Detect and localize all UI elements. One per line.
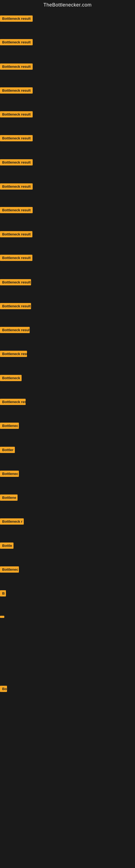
bottleneck-item-2[interactable]: Bottleneck result [0,39,33,46]
bottleneck-item-19[interactable]: Bottler [0,447,15,454]
bottleneck-badge-4: Bottleneck result [0,87,33,94]
bottleneck-badge-12: Bottleneck result [0,279,31,285]
bottleneck-item-14[interactable]: Bottleneck result [0,327,30,334]
bottleneck-badge-18: Bottlenec [0,423,19,429]
bottleneck-badge-8: Bottleneck result [0,183,33,190]
bottleneck-item-9[interactable]: Bottleneck result [0,207,33,214]
bottleneck-badge-3: Bottleneck result [0,63,33,70]
bottleneck-item-10[interactable]: Bottleneck result [0,231,32,239]
bottleneck-item-11[interactable]: Bottleneck result [0,255,32,262]
bottleneck-item-13[interactable]: Bottleneck result [0,303,31,310]
bottleneck-item-6[interactable]: Bottleneck result [0,135,33,143]
bottleneck-item-17[interactable]: Bottleneck res [0,399,26,406]
bottleneck-badge-26 [0,616,4,618]
bottleneck-badge-22: Bottleneck r [0,518,24,525]
bottleneck-item-8[interactable]: Bottleneck result [0,183,33,191]
bottleneck-badge-27: Bo [0,686,7,692]
bottleneck-badge-17: Bottleneck res [0,399,26,405]
bottleneck-badge-2: Bottleneck result [0,39,33,45]
bottleneck-badge-5: Bottleneck result [0,111,33,118]
bottleneck-item-18[interactable]: Bottlenec [0,423,19,430]
bottleneck-item-26[interactable] [0,614,4,619]
bottleneck-item-21[interactable]: Bottlene [0,495,17,502]
bottleneck-item-12[interactable]: Bottleneck result [0,279,31,286]
bottleneck-item-27[interactable]: Bo [0,686,7,693]
site-header: TheBottlenecker.com [0,0,135,9]
bottleneck-item-4[interactable]: Bottleneck result [0,87,33,95]
bottleneck-item-20[interactable]: Bottlenec [0,471,19,478]
bottleneck-item-7[interactable]: Bottleneck result [0,159,33,166]
bottleneck-item-16[interactable]: Bottleneck [0,375,21,382]
bottleneck-item-5[interactable]: Bottleneck result [0,111,33,119]
bottleneck-badge-13: Bottleneck result [0,303,31,309]
bottleneck-badge-9: Bottleneck result [0,207,33,213]
bottleneck-item-15[interactable]: Bottleneck resu [0,351,27,358]
bottleneck-badge-16: Bottleneck [0,375,21,381]
bottleneck-badge-25: B [0,590,6,596]
bottleneck-badge-15: Bottleneck resu [0,351,27,357]
bottleneck-item-24[interactable]: Bottlenec [0,566,19,574]
bottleneck-badge-11: Bottleneck result [0,255,32,261]
bottleneck-item-25[interactable]: B [0,590,6,597]
bottleneck-item-23[interactable]: Bottle [0,542,13,550]
bottleneck-badge-7: Bottleneck result [0,159,33,165]
bottleneck-badge-21: Bottlene [0,495,17,501]
bottleneck-item-3[interactable]: Bottleneck result [0,63,33,71]
bottleneck-badge-20: Bottlenec [0,471,19,477]
bottleneck-badge-1: Bottleneck result [0,16,33,22]
bottleneck-badge-19: Bottler [0,447,15,453]
bottleneck-badge-14: Bottleneck result [0,327,30,333]
bottleneck-item-22[interactable]: Bottleneck r [0,518,24,526]
bottleneck-badge-23: Bottle [0,542,13,549]
bottleneck-badge-24: Bottlenec [0,566,19,572]
bottleneck-badge-10: Bottleneck result [0,231,32,237]
bottleneck-item-1[interactable]: Bottleneck result [0,16,33,23]
bottleneck-badge-6: Bottleneck result [0,135,33,141]
site-title: TheBottlenecker.com [0,0,135,9]
